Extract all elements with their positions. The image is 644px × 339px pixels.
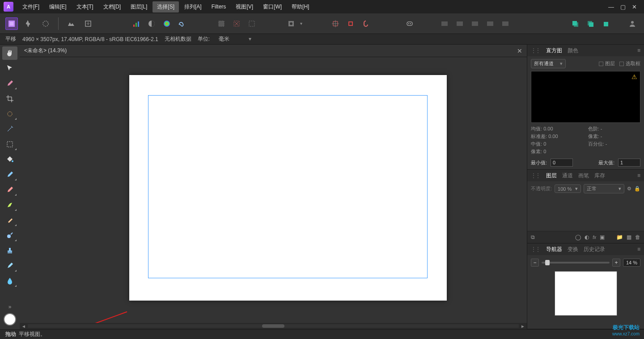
menu-view[interactable]: 视图[V] xyxy=(231,1,258,13)
document-close-icon[interactable]: ✕ xyxy=(517,47,522,54)
magic-wand-tool-icon[interactable] xyxy=(2,122,17,136)
persona-export-icon[interactable] xyxy=(82,17,94,30)
zoom-percent-field[interactable]: 14 % xyxy=(623,259,640,267)
menu-filters[interactable]: Filters xyxy=(207,2,231,12)
move-tool-icon[interactable] xyxy=(2,62,17,75)
selection-brush-tool-icon[interactable] xyxy=(2,107,17,121)
assistant-icon[interactable] xyxy=(403,17,416,30)
marquee-fill-icon[interactable] xyxy=(215,17,228,30)
clone-brush-tool-icon[interactable] xyxy=(2,213,17,227)
erase-brush-tool-icon[interactable] xyxy=(2,183,17,197)
add-adjust-icon[interactable]: ◐ xyxy=(585,234,589,240)
tab-transform[interactable]: 变换 xyxy=(568,244,578,255)
stock-1-icon[interactable] xyxy=(438,17,451,30)
persona-develop-icon[interactable] xyxy=(39,17,52,30)
marquee-tool-icon[interactable] xyxy=(2,138,17,151)
marquee-clear-icon[interactable] xyxy=(230,17,243,30)
snap-icon[interactable] xyxy=(329,17,342,30)
menu-help[interactable]: 帮助[H] xyxy=(287,1,314,13)
delete-layer-icon[interactable]: 🗑 xyxy=(635,234,640,240)
color-picker-tool-icon[interactable] xyxy=(2,77,17,90)
scroll-thumb[interactable] xyxy=(262,324,284,328)
channel-select[interactable]: 所有通道▾ xyxy=(531,59,566,68)
maximize-icon[interactable]: ▢ xyxy=(620,4,626,10)
menu-edit[interactable]: 编辑[E] xyxy=(45,1,71,13)
zoom-slider[interactable] xyxy=(542,262,610,264)
menu-window[interactable]: 窗口[W] xyxy=(258,1,286,13)
panel-menu-icon[interactable]: ≡ xyxy=(637,246,640,252)
menu-file[interactable]: 文件[F] xyxy=(18,1,44,13)
unit-select[interactable]: 毫米 ▾ xyxy=(216,34,259,44)
tab-stock[interactable]: 库存 xyxy=(594,170,605,181)
hand-tool-icon[interactable] xyxy=(2,46,17,60)
stock-3-icon[interactable] xyxy=(469,17,481,30)
tab-brushes[interactable]: 画笔 xyxy=(578,170,589,181)
tab-layers[interactable]: 图层 xyxy=(546,170,557,181)
panel-menu-icon[interactable]: ≡ xyxy=(637,47,640,54)
document-tab-label[interactable]: <未命名> (14.3%) xyxy=(24,47,67,54)
paint-mixer-brush-tool-icon[interactable] xyxy=(2,198,17,212)
tab-color[interactable]: 颜色 xyxy=(568,45,578,56)
persona-liquify-icon[interactable] xyxy=(22,17,35,30)
add-fx-icon[interactable]: fx xyxy=(593,235,596,240)
blend-mode-select[interactable]: 正常▾ xyxy=(584,184,624,193)
menu-arrange[interactable]: 排列[A] xyxy=(180,1,206,13)
scroll-right-icon[interactable]: ► xyxy=(521,324,525,329)
scroll-left-icon[interactable]: ◄ xyxy=(21,324,26,329)
lock-icon[interactable]: 🔒 xyxy=(634,186,640,192)
persona-photo-icon[interactable] xyxy=(5,17,18,30)
snapping-toggle-icon[interactable] xyxy=(360,17,372,30)
group-layers-icon[interactable]: ⧉ xyxy=(531,234,535,240)
blur-brush-tool-icon[interactable] xyxy=(2,274,17,288)
menu-text[interactable]: 文本[T] xyxy=(72,1,98,13)
tab-navigator[interactable]: 导航器 xyxy=(546,244,562,255)
account-icon[interactable] xyxy=(626,17,639,30)
tab-history[interactable]: 历史记录 xyxy=(584,244,605,255)
zoom-out-button[interactable]: − xyxy=(531,259,539,267)
stock-4-icon[interactable] xyxy=(484,17,496,30)
crop-tool-icon[interactable] xyxy=(2,92,17,105)
marquee-invert-icon[interactable] xyxy=(246,17,258,30)
foreground-color-swatch[interactable] xyxy=(4,313,16,326)
canvas-viewport[interactable] xyxy=(20,57,527,323)
panel-menu-icon[interactable]: ≡ xyxy=(637,172,640,179)
dodge-brush-tool-icon[interactable] xyxy=(2,229,17,242)
opacity-select[interactable]: 100 %▾ xyxy=(555,184,581,193)
stock-5-icon[interactable] xyxy=(499,17,512,30)
folder-icon[interactable]: 📁 xyxy=(616,234,623,240)
tab-channels[interactable]: 通道 xyxy=(562,170,573,181)
navigator-thumbnail[interactable] xyxy=(555,271,617,316)
menu-layer[interactable]: 图层[L] xyxy=(126,1,152,13)
stamp-tool-icon[interactable] xyxy=(2,244,17,257)
arrange-middle-icon[interactable] xyxy=(584,17,597,30)
force-pixel-icon[interactable] xyxy=(344,17,357,30)
add-pixel-layer-icon[interactable]: ▦ xyxy=(627,234,631,240)
fx-gear-icon[interactable]: ⚙ xyxy=(627,186,631,192)
zoom-in-button[interactable]: + xyxy=(612,259,620,267)
crop-layer-icon[interactable]: ▣ xyxy=(600,234,605,240)
minimize-icon[interactable]: — xyxy=(608,4,614,10)
persona-tone-icon[interactable] xyxy=(65,17,77,30)
layer-checkbox[interactable]: 图层 xyxy=(599,60,615,67)
horizontal-scrollbar[interactable]: ◄ ► xyxy=(20,323,527,329)
paint-brush-tool-icon[interactable] xyxy=(2,168,17,181)
close-icon[interactable]: ✕ xyxy=(632,4,637,10)
auto-white-balance-icon[interactable] xyxy=(176,17,188,30)
selection-checkbox[interactable]: 选取框 xyxy=(619,60,640,67)
auto-contrast-icon[interactable] xyxy=(145,17,158,30)
auto-levels-icon[interactable] xyxy=(130,17,143,30)
quick-mask-icon[interactable] xyxy=(285,17,297,30)
arrange-back-icon[interactable] xyxy=(569,17,581,30)
layers-list[interactable] xyxy=(531,193,640,228)
stock-2-icon[interactable] xyxy=(453,17,466,30)
inpainting-brush-tool-icon[interactable] xyxy=(2,259,17,272)
add-mask-icon[interactable]: ◯ xyxy=(575,234,581,240)
flood-fill-tool-icon[interactable] xyxy=(2,153,17,166)
tab-histogram[interactable]: 直方图 xyxy=(546,45,562,56)
auto-colors-icon[interactable] xyxy=(161,17,173,30)
menu-document[interactable]: 文档[D] xyxy=(99,1,125,13)
arrange-front-icon[interactable] xyxy=(599,17,612,30)
max-input[interactable] xyxy=(618,159,640,167)
menu-select[interactable]: 选择[S] xyxy=(153,1,179,13)
min-input[interactable] xyxy=(551,159,573,167)
